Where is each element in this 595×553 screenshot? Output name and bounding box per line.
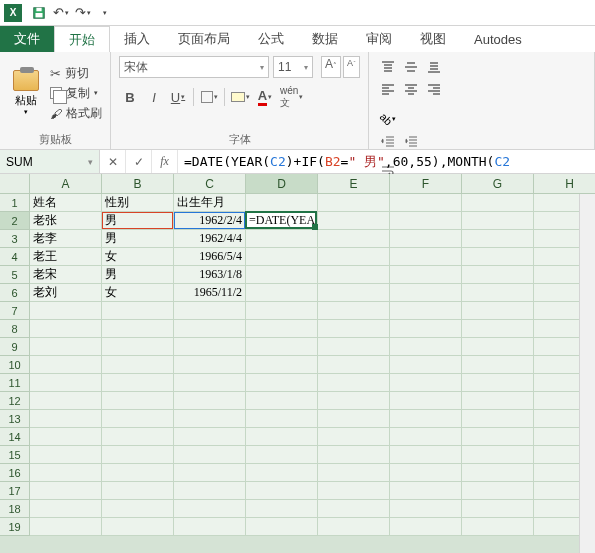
qat-customize-button[interactable]: ▾ <box>94 2 116 24</box>
row-header-12[interactable]: 12 <box>0 392 30 410</box>
row-header-19[interactable]: 19 <box>0 518 30 536</box>
cell[interactable] <box>246 410 318 428</box>
col-header-B[interactable]: B <box>102 174 174 194</box>
cell[interactable] <box>174 320 246 338</box>
cell[interactable]: 1965/11/2 <box>174 284 246 302</box>
cell[interactable] <box>174 302 246 320</box>
accept-formula-button[interactable]: ✓ <box>126 150 152 173</box>
cell[interactable]: 老张 <box>30 212 102 230</box>
tab-autodesk[interactable]: Autodes <box>460 26 536 52</box>
cell[interactable] <box>318 500 390 518</box>
cell[interactable] <box>102 428 174 446</box>
cell[interactable] <box>30 464 102 482</box>
cell[interactable] <box>390 374 462 392</box>
col-header-A[interactable]: A <box>30 174 102 194</box>
cell[interactable]: 老刘 <box>30 284 102 302</box>
tab-review[interactable]: 审阅 <box>352 26 406 52</box>
cell[interactable] <box>390 266 462 284</box>
cell[interactable] <box>174 518 246 536</box>
cell[interactable] <box>318 302 390 320</box>
align-middle-button[interactable] <box>400 56 422 78</box>
font-size-combo[interactable]: 11▾ <box>273 56 313 78</box>
col-header-D[interactable]: D <box>246 174 318 194</box>
cell[interactable] <box>462 482 534 500</box>
cell[interactable]: 出生年月 <box>174 194 246 212</box>
tab-view[interactable]: 视图 <box>406 26 460 52</box>
column-headers[interactable]: ABCDEFGH <box>30 174 595 194</box>
row-header-10[interactable]: 10 <box>0 356 30 374</box>
cell[interactable] <box>246 194 318 212</box>
cell[interactable]: 1962/4/4 <box>174 230 246 248</box>
cell[interactable] <box>174 464 246 482</box>
cell[interactable] <box>318 248 390 266</box>
col-header-C[interactable]: C <box>174 174 246 194</box>
cell[interactable] <box>390 248 462 266</box>
cell[interactable] <box>390 338 462 356</box>
cell[interactable] <box>318 266 390 284</box>
underline-button[interactable]: U▾ <box>167 86 189 108</box>
cell[interactable] <box>390 302 462 320</box>
cell[interactable] <box>30 374 102 392</box>
cell[interactable] <box>102 302 174 320</box>
row-header-4[interactable]: 4 <box>0 248 30 266</box>
cell[interactable] <box>102 392 174 410</box>
copy-button[interactable]: 复制▾ <box>50 85 102 102</box>
cell[interactable] <box>318 482 390 500</box>
row-header-17[interactable]: 17 <box>0 482 30 500</box>
cell[interactable] <box>174 356 246 374</box>
row-header-16[interactable]: 16 <box>0 464 30 482</box>
row-header-6[interactable]: 6 <box>0 284 30 302</box>
cell[interactable] <box>462 410 534 428</box>
cell[interactable] <box>246 446 318 464</box>
cell[interactable]: 老宋 <box>30 266 102 284</box>
cell[interactable] <box>102 374 174 392</box>
select-all-corner[interactable] <box>0 174 30 194</box>
row-header-1[interactable]: 1 <box>0 194 30 212</box>
cell[interactable] <box>462 446 534 464</box>
cell[interactable]: 1963/1/8 <box>174 266 246 284</box>
cancel-formula-button[interactable]: ✕ <box>100 150 126 173</box>
cell[interactable] <box>102 410 174 428</box>
border-button[interactable]: ▾ <box>198 86 220 108</box>
cell[interactable]: 1966/5/4 <box>174 248 246 266</box>
cell[interactable] <box>30 320 102 338</box>
cell[interactable]: 老王 <box>30 248 102 266</box>
cell[interactable] <box>30 518 102 536</box>
orientation-button[interactable]: ab▾ <box>377 108 399 130</box>
spreadsheet-grid[interactable]: ABCDEFGH 12345678910111213141516171819 姓… <box>0 174 595 553</box>
cell[interactable]: 女 <box>102 248 174 266</box>
align-left-button[interactable] <box>377 78 399 100</box>
fill-color-button[interactable]: ▾ <box>229 86 252 108</box>
ruby-button[interactable]: wén文▾ <box>278 86 305 108</box>
decrease-indent-button[interactable] <box>377 130 399 152</box>
font-name-combo[interactable]: 宋体▾ <box>119 56 269 78</box>
cell[interactable] <box>30 500 102 518</box>
tab-data[interactable]: 数据 <box>298 26 352 52</box>
cell[interactable] <box>318 428 390 446</box>
cell[interactable] <box>246 464 318 482</box>
cell[interactable] <box>318 464 390 482</box>
cell[interactable] <box>462 302 534 320</box>
cell[interactable] <box>174 392 246 410</box>
cell[interactable] <box>102 338 174 356</box>
cell[interactable] <box>102 518 174 536</box>
row-header-3[interactable]: 3 <box>0 230 30 248</box>
italic-button[interactable]: I <box>143 86 165 108</box>
cell[interactable] <box>462 194 534 212</box>
row-header-18[interactable]: 18 <box>0 500 30 518</box>
cell[interactable]: 性别 <box>102 194 174 212</box>
cell[interactable]: 男 <box>102 212 174 230</box>
cell[interactable] <box>318 518 390 536</box>
row-header-11[interactable]: 11 <box>0 374 30 392</box>
cell[interactable]: 老李 <box>30 230 102 248</box>
cell[interactable] <box>390 212 462 230</box>
cell[interactable] <box>246 428 318 446</box>
align-right-button[interactable] <box>423 78 445 100</box>
cell[interactable] <box>462 284 534 302</box>
cell[interactable] <box>246 248 318 266</box>
cell[interactable] <box>30 446 102 464</box>
font-color-button[interactable]: A▾ <box>254 86 276 108</box>
col-header-E[interactable]: E <box>318 174 390 194</box>
cell[interactable] <box>174 482 246 500</box>
cell[interactable] <box>174 374 246 392</box>
